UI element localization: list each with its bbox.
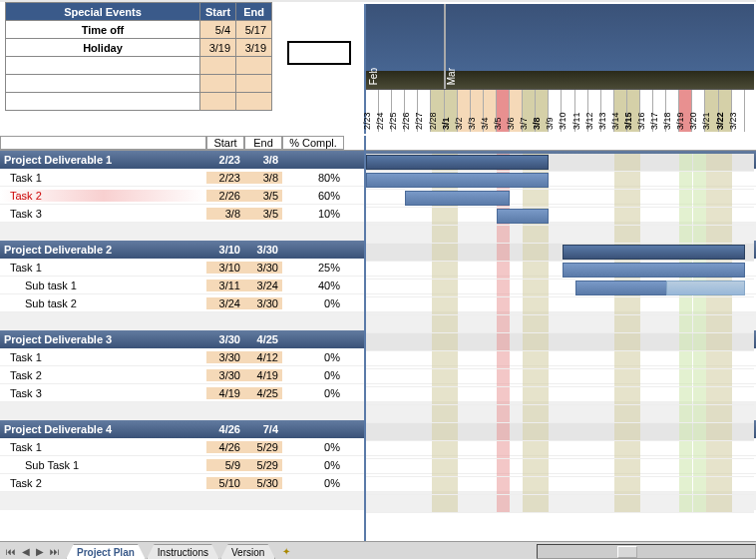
events-end-header: End (236, 3, 272, 21)
tab-nav-buttons: ⏮ ◀ ▶ ⏭ (0, 546, 66, 557)
event-row (6, 75, 272, 93)
sheet-tab-instructions[interactable]: Instructions (147, 544, 219, 560)
month-label: Feb (368, 68, 379, 85)
tab-next-icon[interactable]: ▶ (33, 546, 47, 557)
date-axis: 2/232/242/252/262/272/283/13/23/33/43/53… (366, 90, 754, 132)
sheet-tab-version[interactable]: Version (220, 544, 275, 560)
sheet-tab-project-plan[interactable]: Project Plan (66, 544, 146, 560)
month-label: Mar (446, 68, 457, 85)
gantt-chart (364, 136, 754, 541)
timeline-header: Feb Mar 2/232/242/252/262/272/283/13/23/… (364, 4, 754, 134)
scroll-thumb[interactable] (617, 546, 637, 558)
event-row (6, 57, 272, 75)
event-row (6, 93, 272, 111)
event-row: Time off5/45/17 (6, 21, 272, 39)
new-sheet-icon[interactable]: ✦ (276, 546, 296, 557)
active-cell[interactable] (289, 43, 349, 63)
event-row: Holiday3/193/19 (6, 39, 272, 57)
tab-prev-icon[interactable]: ◀ (19, 546, 33, 557)
tab-last-icon[interactable]: ⏭ (47, 546, 63, 557)
events-start-header: Start (200, 3, 236, 21)
events-title: Special Events (6, 3, 200, 21)
special-events-table[interactable]: Special Events Start End Time off5/45/17… (5, 2, 272, 111)
sheet-tab-bar: ⏮ ◀ ▶ ⏭ Project Plan Instructions Versio… (0, 541, 756, 559)
tab-first-icon[interactable]: ⏮ (3, 546, 19, 557)
horizontal-scrollbar[interactable] (537, 544, 756, 559)
